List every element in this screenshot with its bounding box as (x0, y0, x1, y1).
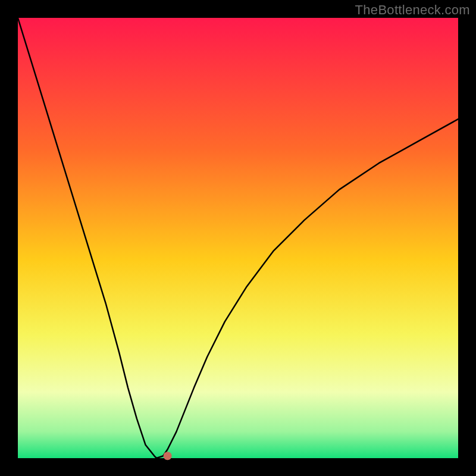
minimum-marker (164, 452, 172, 460)
chart-frame: TheBottleneck.com (0, 0, 476, 476)
watermark-text: TheBottleneck.com (355, 2, 470, 18)
plot-background (18, 18, 458, 458)
bottleneck-chart (0, 0, 476, 476)
